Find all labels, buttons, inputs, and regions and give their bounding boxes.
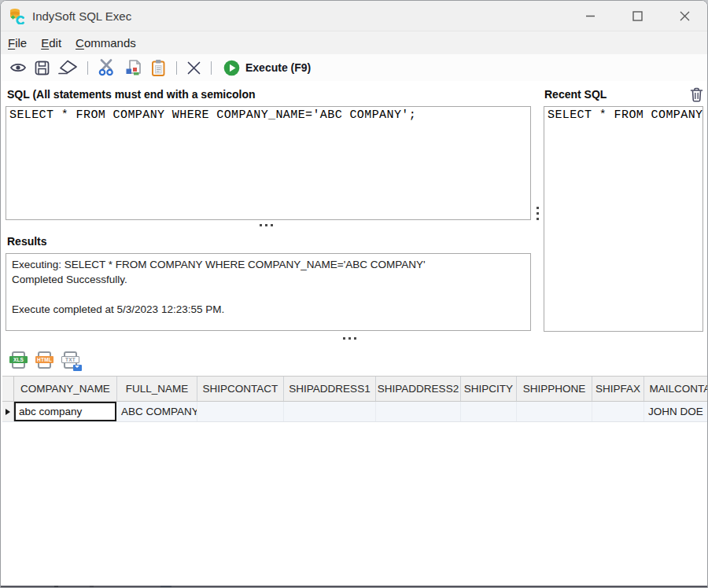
title-bar: IndySoft SQL Exec bbox=[1, 1, 707, 31]
column-header-shipaddress1[interactable]: SHIPADDRESS1 bbox=[284, 377, 376, 401]
toolbar-separator bbox=[211, 61, 212, 75]
paste-button[interactable] bbox=[146, 56, 171, 79]
results-grid-splitter[interactable] bbox=[337, 334, 361, 342]
recent-sql-list[interactable]: SELECT * FROM COMPANY WHERE COMPANY_NAME… bbox=[544, 106, 703, 332]
app-window: IndySoft SQL Exec File Edit Commands bbox=[0, 0, 708, 588]
results-line: Executing: SELECT * FROM COMPANY WHERE C… bbox=[12, 257, 525, 272]
cell-company-name[interactable] bbox=[14, 402, 117, 421]
results-line: Execute completed at 5/3/2023 12:23:55 P… bbox=[12, 302, 525, 317]
app-logo-icon bbox=[9, 7, 26, 24]
scissors-icon bbox=[98, 59, 116, 76]
menu-commands[interactable]: Commands bbox=[68, 33, 143, 53]
maximize-icon bbox=[632, 11, 643, 21]
export-toolbar: XLS HTML TXT bbox=[1, 347, 531, 373]
grid-data-row: ABC COMPANY JOHN DOE bbox=[2, 402, 708, 422]
column-header-mailcontact[interactable]: MAILCONTACT bbox=[644, 377, 708, 401]
current-row-arrow-icon bbox=[6, 409, 10, 415]
cell-mailcontact[interactable]: JOHN DOE bbox=[644, 402, 708, 421]
cell-shipaddress2[interactable] bbox=[376, 402, 461, 421]
cell-shipaddress1[interactable] bbox=[284, 402, 376, 421]
envelope-icon bbox=[73, 365, 82, 371]
menu-bar: File Edit Commands bbox=[1, 31, 707, 54]
sql-results-splitter[interactable] bbox=[254, 221, 278, 229]
column-header-shipaddress2[interactable]: SHIPADDRESS2 bbox=[376, 377, 461, 401]
cell-shipcontact[interactable] bbox=[197, 402, 284, 421]
sql-section-label: SQL (All statements must end with a semi… bbox=[7, 88, 256, 101]
trash-icon bbox=[690, 87, 703, 102]
menu-file[interactable]: File bbox=[1, 33, 34, 53]
menu-edit[interactable]: Edit bbox=[34, 33, 68, 53]
main-toolbar: Execute (F9) bbox=[1, 54, 707, 81]
cell-shipcity[interactable] bbox=[461, 402, 517, 421]
cell-shipfax[interactable] bbox=[592, 402, 644, 421]
cut-button[interactable] bbox=[94, 56, 120, 79]
results-section-label: Results bbox=[7, 235, 47, 248]
export-xls-button[interactable]: XLS bbox=[10, 351, 27, 369]
paste-special-button[interactable] bbox=[120, 56, 146, 79]
results-line bbox=[12, 287, 525, 302]
clear-recent-button[interactable] bbox=[688, 86, 705, 103]
toolbar-separator bbox=[87, 61, 88, 75]
row-selector[interactable] bbox=[2, 402, 14, 421]
export-html-button[interactable]: HTML bbox=[36, 351, 53, 369]
minimize-button[interactable] bbox=[572, 1, 608, 31]
execute-label: Execute (F9) bbox=[245, 61, 311, 74]
close-icon bbox=[680, 11, 690, 21]
clear-results-button[interactable] bbox=[183, 56, 205, 79]
column-header-shipfax[interactable]: SHIPFAX bbox=[592, 377, 644, 401]
txt-icon: TXT bbox=[61, 356, 79, 363]
x-icon bbox=[186, 61, 201, 75]
column-header-company-name[interactable]: COMPANY_NAME bbox=[14, 377, 117, 401]
toolbar-separator bbox=[176, 61, 177, 75]
clear-sql-button[interactable] bbox=[53, 56, 82, 79]
vertical-splitter[interactable] bbox=[533, 201, 541, 225]
column-header-shipcity[interactable]: SHIPCITY bbox=[461, 377, 517, 401]
save-button[interactable] bbox=[31, 56, 53, 79]
eraser-icon bbox=[57, 60, 78, 75]
html-icon: HTML bbox=[35, 356, 53, 363]
save-icon bbox=[35, 61, 50, 75]
cell-shipphone[interactable] bbox=[517, 402, 592, 421]
grid-header-row: COMPANY_NAME FULL_NAME SHIPCONTACT SHIPA… bbox=[2, 376, 708, 402]
window-controls bbox=[572, 1, 702, 31]
results-line: Completed Successfully. bbox=[12, 272, 525, 287]
maximize-button[interactable] bbox=[619, 1, 655, 31]
grid-corner-cell bbox=[2, 377, 14, 401]
play-icon bbox=[223, 60, 240, 76]
results-log[interactable]: Executing: SELECT * FROM COMPANY WHERE C… bbox=[6, 253, 531, 331]
sql-editor[interactable]: SELECT * FROM COMPANY WHERE COMPANY_NAME… bbox=[6, 106, 531, 220]
recent-sql-label: Recent SQL bbox=[544, 88, 607, 101]
xls-icon: XLS bbox=[9, 356, 28, 363]
recent-sql-item[interactable]: SELECT * FROM COMPANY WHERE COMPANY_NAME… bbox=[544, 107, 702, 123]
column-header-shipcontact[interactable]: SHIPCONTACT bbox=[197, 377, 284, 401]
preview-button[interactable] bbox=[6, 56, 31, 79]
column-header-shipphone[interactable]: SHIPPHONE bbox=[517, 377, 592, 401]
export-txt-email-button[interactable]: TXT bbox=[62, 351, 79, 369]
eye-icon bbox=[9, 61, 27, 74]
results-grid: COMPANY_NAME FULL_NAME SHIPCONTACT SHIPA… bbox=[2, 376, 708, 423]
column-header-full-name[interactable]: FULL_NAME bbox=[117, 377, 197, 401]
execute-button[interactable]: Execute (F9) bbox=[223, 60, 311, 76]
company-name-cell-editor[interactable] bbox=[14, 402, 116, 421]
paste-special-icon bbox=[124, 59, 142, 77]
close-button[interactable] bbox=[666, 1, 702, 31]
window-title: IndySoft SQL Exec bbox=[32, 9, 131, 23]
minimize-icon bbox=[585, 11, 596, 21]
clipboard-icon bbox=[150, 59, 167, 77]
cell-full-name[interactable]: ABC COMPANY bbox=[117, 402, 197, 421]
